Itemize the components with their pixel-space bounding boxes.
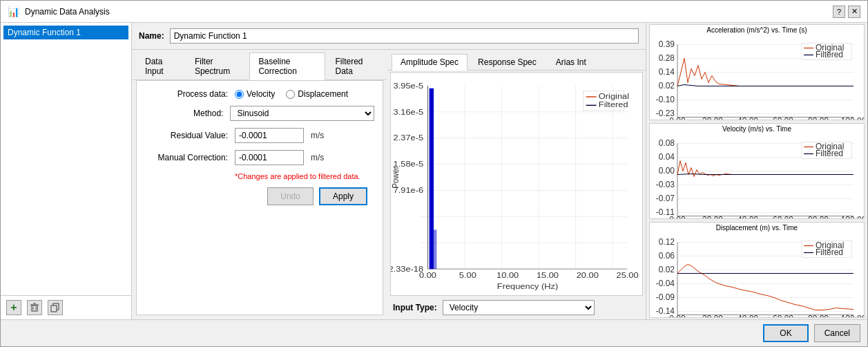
svg-rect-6: [51, 306, 57, 312]
svg-text:0.00: 0.00: [669, 215, 686, 220]
residual-input[interactable]: [235, 128, 304, 143]
chart-panel: Amplitude Spec Response Spec Arias Int: [387, 50, 646, 319]
svg-text:3.95e-5: 3.95e-5: [394, 81, 424, 90]
svg-text:Filtered: Filtered: [816, 50, 843, 59]
dialog: 📊 Dynamic Data Analysis ? ✕ Dynamic Func…: [0, 0, 868, 347]
tree-item-dynamic-function[interactable]: Dynamic Function 1: [3, 26, 128, 39]
input-type-row: Input Type: Velocity Acceleration Displa…: [387, 296, 646, 319]
displacement-chart-svg: 0.12 0.06 0.02 -0.04 -0.09 -0.14 0.00 20…: [650, 233, 864, 318]
delete-button[interactable]: [27, 300, 42, 315]
svg-rect-0: [32, 306, 37, 311]
svg-text:3.16e-5: 3.16e-5: [394, 107, 424, 116]
add-button[interactable]: +: [6, 300, 21, 315]
undo-button[interactable]: Undo: [267, 187, 314, 205]
ok-button[interactable]: OK: [763, 324, 808, 342]
title-bar-left: 📊 Dynamic Data Analysis: [8, 6, 110, 17]
tab-baseline-correction[interactable]: Baseline Correction: [249, 53, 325, 80]
amplitude-chart-svg: 3.95e-5 3.16e-5 2.37e-5 1.58e-5 7.91e-6 …: [391, 73, 642, 295]
radio-velocity-label: Velocity: [247, 89, 275, 99]
svg-text:0.08: 0.08: [659, 138, 675, 148]
name-label: Name:: [139, 31, 164, 41]
name-input[interactable]: [170, 28, 639, 44]
svg-text:0.04: 0.04: [659, 152, 675, 162]
svg-text:100.00: 100.00: [841, 116, 864, 121]
content-area: Data Input Filter Spectrum Baseline Corr…: [132, 50, 646, 319]
close-button[interactable]: ✕: [848, 6, 860, 18]
svg-text:60.00: 60.00: [773, 314, 793, 319]
radio-displacement-label: Displacement: [298, 89, 348, 99]
tree-toolbar: +: [1, 295, 131, 319]
mini-chart-acceleration-title: Acceleration (m/s^2) vs. Time (s): [650, 25, 864, 35]
left-panel: Dynamic Function 1 +: [1, 23, 132, 319]
svg-rect-36: [430, 88, 434, 269]
mini-chart-displacement-title: Displacement (m) vs. Time: [650, 223, 864, 233]
svg-text:100.00: 100.00: [841, 215, 864, 220]
svg-text:10.00: 10.00: [496, 271, 519, 280]
svg-text:Filtered: Filtered: [816, 149, 843, 158]
input-type-select[interactable]: Velocity Acceleration Displacement: [443, 300, 595, 315]
radio-group-process: Velocity Displacement: [235, 89, 348, 99]
copy-icon: [50, 303, 60, 312]
chart-tab-response-spec[interactable]: Response Spec: [469, 54, 546, 70]
mini-chart-acceleration: Acceleration (m/s^2) vs. Time (s) 0.39: [649, 24, 865, 120]
residual-row: Residual Value: m/s: [145, 128, 374, 143]
method-select[interactable]: Sinusoid Linear Polynomial Mean: [230, 106, 374, 121]
svg-text:20.00: 20.00: [702, 116, 723, 121]
radio-velocity[interactable]: [235, 90, 244, 99]
manual-label: Manual Correction:: [145, 153, 228, 162]
dialog-title: Dynamic Data Analysis: [25, 7, 110, 17]
tabs-row: Data Input Filter Spectrum Baseline Corr…: [132, 50, 387, 80]
method-row: Method: Sinusoid Linear Polynomial Mean: [145, 106, 374, 121]
svg-text:Filtered: Filtered: [599, 100, 628, 109]
svg-text:-0.04: -0.04: [656, 279, 675, 288]
method-label: Method:: [145, 109, 223, 118]
svg-text:0.02: 0.02: [659, 265, 675, 274]
right-panel: Acceleration (m/s^2) vs. Time (s) 0.39: [646, 23, 867, 319]
svg-text:5.00: 5.00: [459, 271, 476, 280]
acceleration-chart-svg: 0.39 0.28 0.14 0.02 -0.10 -0.23 0.00 20.…: [650, 35, 864, 120]
svg-text:0.02: 0.02: [659, 81, 675, 91]
help-button[interactable]: ?: [833, 6, 845, 18]
manual-unit: m/s: [311, 153, 324, 162]
svg-text:40.00: 40.00: [737, 116, 758, 121]
tab-filtered-data[interactable]: Filtered Data: [327, 53, 382, 79]
controls-panel: Data Input Filter Spectrum Baseline Corr…: [132, 50, 387, 319]
tab-data-input[interactable]: Data Input: [136, 53, 184, 79]
svg-text:100.00: 100.00: [841, 314, 864, 319]
apply-button[interactable]: Apply: [319, 187, 367, 205]
svg-text:0.28: 0.28: [659, 53, 675, 63]
cancel-button[interactable]: Cancel: [814, 324, 860, 342]
svg-text:60.00: 60.00: [773, 215, 793, 220]
chart-tab-amplitude-spec[interactable]: Amplitude Spec: [392, 54, 467, 71]
chart-tab-arias-int[interactable]: Arias Int: [547, 54, 595, 70]
residual-label: Residual Value:: [145, 131, 228, 140]
svg-text:0.14: 0.14: [659, 67, 675, 77]
chart-tabs: Amplitude Spec Response Spec Arias Int: [387, 50, 646, 71]
copy-button[interactable]: [48, 300, 63, 315]
btn-row: Undo Apply: [145, 187, 374, 205]
radio-displacement[interactable]: [286, 90, 295, 99]
svg-text:-0.09: -0.09: [656, 292, 675, 302]
amplitude-chart-area: 3.95e-5 3.16e-5 2.37e-5 1.58e-5 7.91e-6 …: [390, 72, 643, 296]
svg-text:40.00: 40.00: [737, 215, 758, 220]
svg-text:25.00: 25.00: [617, 271, 639, 280]
svg-text:20.00: 20.00: [702, 314, 723, 319]
mini-chart-displacement: Displacement (m) vs. Time 0.12 0.06 0.02…: [649, 222, 865, 318]
velocity-chart-svg: 0.08 0.04 0.00 -0.03 -0.07 -0.11 0.00 20…: [650, 134, 864, 219]
radio-displacement-item[interactable]: Displacement: [286, 89, 348, 99]
mini-chart-velocity: Velocity (m/s) vs. Time 0.08 0.04 0.00 -…: [649, 123, 865, 219]
tree-area: Dynamic Function 1: [1, 23, 131, 295]
input-type-label: Input Type:: [393, 303, 437, 312]
tab-content: Process data: Velocity Displacement: [136, 80, 383, 315]
name-row: Name:: [132, 23, 646, 50]
tab-filter-spectrum[interactable]: Filter Spectrum: [186, 53, 249, 79]
svg-text:Original: Original: [599, 92, 629, 101]
process-data-row: Process data: Velocity Displacement: [145, 89, 374, 99]
bottom-bar: OK Cancel: [1, 319, 867, 346]
manual-input[interactable]: [235, 150, 304, 165]
svg-text:80.00: 80.00: [808, 116, 829, 121]
svg-text:0.39: 0.39: [659, 39, 675, 49]
svg-text:20.00: 20.00: [702, 215, 723, 220]
radio-velocity-item[interactable]: Velocity: [235, 89, 275, 99]
main-content: Dynamic Function 1 +: [1, 23, 867, 319]
